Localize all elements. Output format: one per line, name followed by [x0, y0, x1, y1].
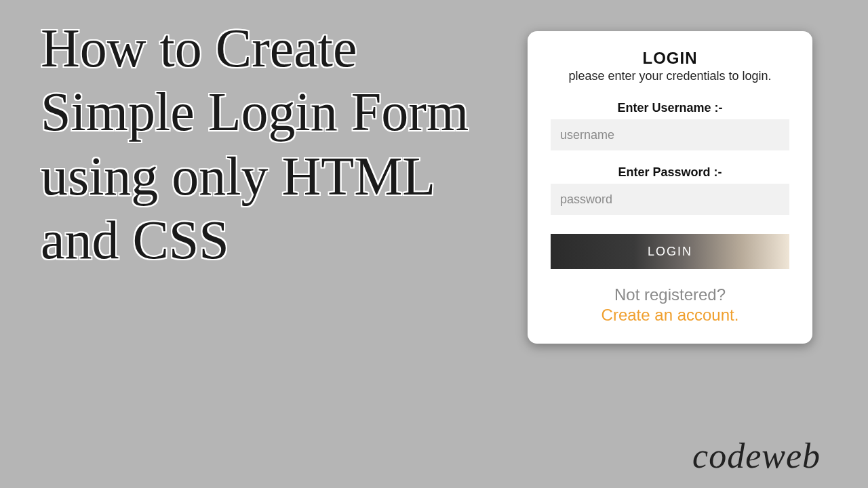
not-registered-text: Not registered? — [551, 285, 789, 304]
card-subtitle: please enter your credentials to login. — [551, 69, 789, 83]
tutorial-headline: How to Create Simple Login Form using on… — [41, 16, 502, 272]
card-title: LOGIN — [551, 49, 789, 68]
brand-label: codeweb — [692, 436, 821, 476]
username-input[interactable] — [551, 119, 789, 150]
login-card: LOGIN please enter your credentials to l… — [528, 31, 812, 344]
login-button[interactable]: LOGIN — [551, 234, 789, 269]
password-label: Enter Password :- — [551, 165, 789, 180]
create-account-link[interactable]: Create an account. — [601, 306, 739, 325]
password-input[interactable] — [551, 184, 789, 215]
username-label: Enter Username :- — [551, 101, 789, 115]
